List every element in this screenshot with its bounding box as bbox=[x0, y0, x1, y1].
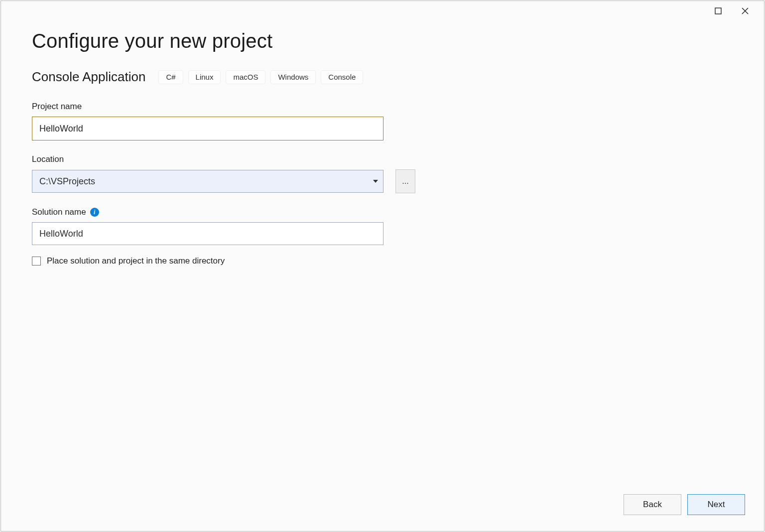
title-bar bbox=[713, 1, 764, 21]
template-name: Console Application bbox=[32, 69, 145, 85]
project-name-label: Project name bbox=[32, 102, 415, 112]
back-button[interactable]: Back bbox=[624, 494, 681, 515]
form: Project name Location C:\VSProjects ... bbox=[32, 102, 415, 266]
chevron-down-icon bbox=[373, 180, 378, 183]
location-combobox[interactable]: C:\VSProjects bbox=[32, 170, 383, 193]
info-icon[interactable]: i bbox=[90, 208, 99, 217]
tag-language: C# bbox=[158, 70, 183, 84]
content-area: Configure your new project Console Appli… bbox=[32, 30, 733, 531]
location-group: Location C:\VSProjects ... bbox=[32, 154, 415, 193]
solution-name-group: Solution name i bbox=[32, 207, 415, 245]
svg-marker-3 bbox=[373, 180, 378, 183]
browse-location-button[interactable]: ... bbox=[395, 169, 415, 193]
tag-linux: Linux bbox=[188, 70, 221, 84]
template-tags: C# Linux macOS Windows Console bbox=[158, 70, 363, 84]
project-name-input[interactable] bbox=[32, 117, 383, 140]
footer-buttons: Back Next bbox=[624, 494, 745, 515]
maximize-button[interactable] bbox=[713, 6, 723, 16]
same-directory-checkbox[interactable] bbox=[32, 257, 41, 266]
tag-macos: macOS bbox=[226, 70, 265, 84]
solution-name-input[interactable] bbox=[32, 222, 383, 245]
location-label: Location bbox=[32, 154, 415, 164]
project-name-group: Project name bbox=[32, 102, 415, 140]
tag-type: Console bbox=[321, 70, 363, 84]
location-value: C:\VSProjects bbox=[39, 176, 95, 187]
template-header: Console Application C# Linux macOS Windo… bbox=[32, 69, 733, 85]
next-button[interactable]: Next bbox=[687, 494, 745, 515]
tag-windows: Windows bbox=[270, 70, 316, 84]
solution-name-label: Solution name i bbox=[32, 207, 415, 217]
page-title: Configure your new project bbox=[32, 30, 733, 52]
dialog-window: Configure your new project Console Appli… bbox=[0, 0, 765, 532]
same-directory-label: Place solution and project in the same d… bbox=[47, 256, 225, 266]
close-button[interactable] bbox=[740, 6, 750, 16]
svg-rect-0 bbox=[715, 8, 721, 14]
same-directory-row: Place solution and project in the same d… bbox=[32, 256, 415, 266]
solution-name-label-text: Solution name bbox=[32, 207, 86, 217]
